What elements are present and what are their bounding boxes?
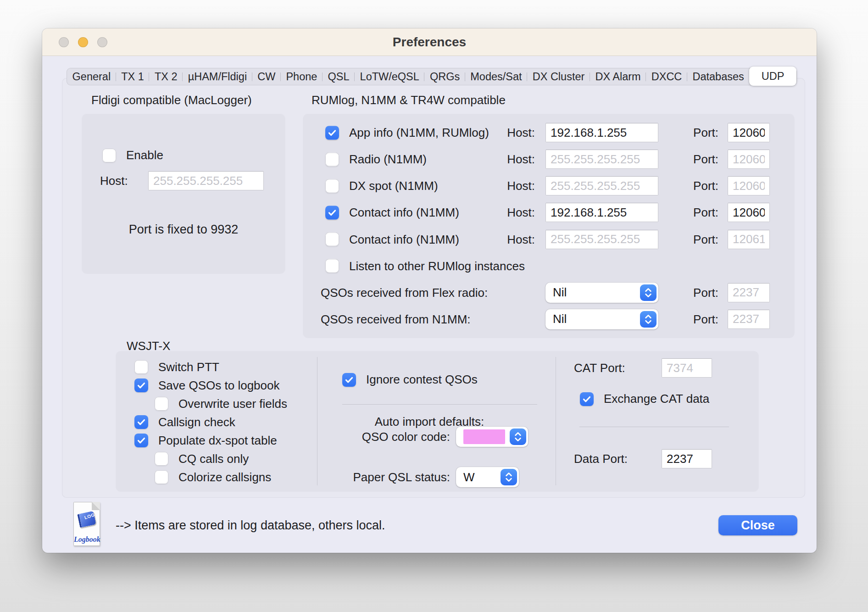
port-label: Port: xyxy=(674,285,718,300)
app-info-label: App info (N1MM, RUMlog) xyxy=(349,126,489,140)
tab-modes-sat[interactable]: Modes/Sat xyxy=(465,68,527,85)
host-label: Host: xyxy=(490,179,535,193)
callsign-check-checkbox[interactable] xyxy=(134,415,148,429)
checkmark-icon xyxy=(344,374,355,385)
wsjtx-row-populate-dx-spot: Populate dx-spot table xyxy=(116,431,317,450)
n1mm-qsos-port-input[interactable] xyxy=(728,310,770,329)
port-label: Port: xyxy=(674,232,718,246)
app-info-port-input[interactable] xyxy=(728,123,770,142)
n1mm-qsos-dropdown[interactable]: Nil xyxy=(545,309,658,329)
colorize-callsigns-checkbox[interactable] xyxy=(155,470,168,484)
flex-radio-dropdown-value: Nil xyxy=(553,285,640,300)
fldigi-host-input[interactable] xyxy=(148,171,264,190)
paper-qsl-label: Paper QSL status: xyxy=(317,470,450,484)
tab-lotw-eqsl[interactable]: LoTW/eQSL xyxy=(355,68,424,85)
radio-checkbox[interactable] xyxy=(325,152,339,166)
log-book-text: LOG xyxy=(84,512,95,520)
close-window-icon[interactable] xyxy=(59,37,69,47)
tab-general[interactable]: General xyxy=(67,68,116,85)
qso-color-dropdown[interactable] xyxy=(456,427,528,447)
wsjtx-row-cq-calls: CQ calls only xyxy=(116,450,317,468)
populate-dx-spot-checkbox[interactable] xyxy=(134,434,148,447)
rumlog-row-flex: QSOs received from Flex radio: Nil Port: xyxy=(303,283,794,303)
checkmark-icon xyxy=(581,394,592,405)
radio-host-input[interactable] xyxy=(545,150,658,169)
tab-cw[interactable]: CW xyxy=(252,68,281,85)
tab-dxcc[interactable]: DXCC xyxy=(646,68,687,85)
data-port-input[interactable] xyxy=(662,449,712,468)
contact-info-2-host-input[interactable] xyxy=(545,230,658,249)
paper-qsl-dropdown[interactable]: W xyxy=(456,467,519,487)
listen-checkbox[interactable] xyxy=(325,259,339,273)
n1mm-qsos-label: QSOs received from N1MM: xyxy=(321,312,471,326)
dx-spot-label: DX spot (N1MM) xyxy=(349,179,438,193)
tab-uham-fldigi[interactable]: µHAM/Fldigi xyxy=(183,68,252,85)
contact-info-2-port-input[interactable] xyxy=(728,230,770,249)
flex-radio-dropdown[interactable]: Nil xyxy=(545,283,658,303)
wsjtx-row-overwrite: Overwrite user fields xyxy=(116,395,317,413)
tab-udp[interactable]: UDP xyxy=(749,67,796,86)
ignore-contest-label: Ignore contest QSOs xyxy=(366,373,478,387)
exchange-cat-label: Exchange CAT data xyxy=(604,392,709,406)
populate-dx-spot-label: Populate dx-spot table xyxy=(158,434,277,448)
tab-phone[interactable]: Phone xyxy=(281,68,323,85)
checkmark-icon xyxy=(327,127,338,138)
exchange-cat-row: Exchange CAT data xyxy=(580,392,709,406)
qso-color-label: QSO color code: xyxy=(317,430,450,444)
rumlog-row-contact-info-2: Contact info (N1MM) Host: Port: xyxy=(303,229,794,250)
cat-port-row: CAT Port: xyxy=(556,358,758,378)
tab-dx-alarm[interactable]: DX Alarm xyxy=(590,68,646,85)
port-label: Port: xyxy=(674,206,718,220)
save-qsos-checkbox[interactable] xyxy=(134,378,148,392)
radio-port-input[interactable] xyxy=(728,150,770,169)
dx-spot-checkbox[interactable] xyxy=(325,179,339,193)
switch-ptt-checkbox[interactable] xyxy=(134,360,148,374)
contact-info-1-checkbox[interactable] xyxy=(325,206,339,219)
udp-tab-panel: Fldigi compatible (MacLogger) Enable Hos… xyxy=(62,78,805,498)
overwrite-user-fields-checkbox[interactable] xyxy=(155,397,168,411)
data-port-label: Data Port: xyxy=(574,452,628,466)
contact-info-2-checkbox[interactable] xyxy=(325,233,339,246)
zoom-window-icon[interactable] xyxy=(97,37,107,47)
cq-calls-only-checkbox[interactable] xyxy=(155,452,168,466)
enable-checkbox[interactable] xyxy=(102,149,116,162)
checkmark-icon xyxy=(327,207,338,218)
radio-label: Radio (N1MM) xyxy=(349,152,427,167)
enable-label: Enable xyxy=(126,148,163,162)
rumlog-row-radio: Radio (N1MM) Host: Port: xyxy=(303,149,794,169)
contact-info-1-host-input[interactable] xyxy=(545,203,658,222)
stepper-icon xyxy=(640,311,657,328)
ignore-contest-checkbox[interactable] xyxy=(342,373,356,387)
rumlog-row-contact-info-1: Contact info (N1MM) Host: Port: xyxy=(303,202,794,223)
port-label: Port: xyxy=(674,312,718,326)
dx-spot-port-input[interactable] xyxy=(728,176,770,195)
rumlog-section-title: RUMlog, N1MM & TR4W compatible xyxy=(312,93,506,107)
n1mm-qsos-dropdown-value: Nil xyxy=(553,312,640,326)
close-button[interactable]: Close xyxy=(718,515,797,535)
tab-databases[interactable]: Databases xyxy=(687,68,749,85)
stepper-icon xyxy=(501,469,517,485)
wsjtx-row-callsign-check: Callsign check xyxy=(116,413,317,431)
flex-radio-port-input[interactable] xyxy=(728,283,770,302)
app-info-host-input[interactable] xyxy=(545,123,658,142)
tab-tx1[interactable]: TX 1 xyxy=(116,68,150,85)
traffic-lights xyxy=(59,37,107,47)
cq-calls-only-label: CQ calls only xyxy=(178,452,249,466)
wsjtx-row-switch-ptt: Switch PTT xyxy=(116,358,317,376)
contact-info-1-label: Contact info (N1MM) xyxy=(349,206,459,220)
minimize-window-icon[interactable] xyxy=(78,37,88,47)
cat-port-input[interactable] xyxy=(662,358,712,378)
qso-color-row: QSO color code: xyxy=(317,427,556,447)
fldigi-group-box: Enable Host: Port is fixed to 9932 xyxy=(82,114,285,273)
app-info-checkbox[interactable] xyxy=(325,126,339,139)
tab-qsl[interactable]: QSL xyxy=(323,68,355,85)
exchange-cat-checkbox[interactable] xyxy=(580,392,594,406)
cat-port-label: CAT Port: xyxy=(574,361,625,375)
dx-spot-host-input[interactable] xyxy=(545,176,658,195)
tab-tx2[interactable]: TX 2 xyxy=(149,68,183,85)
contact-info-1-port-input[interactable] xyxy=(728,203,770,222)
tab-dx-cluster[interactable]: DX Cluster xyxy=(527,68,590,85)
log-book-glyph: LOG xyxy=(77,511,96,528)
divider xyxy=(342,404,537,405)
tab-qrgs[interactable]: QRGs xyxy=(424,68,465,85)
